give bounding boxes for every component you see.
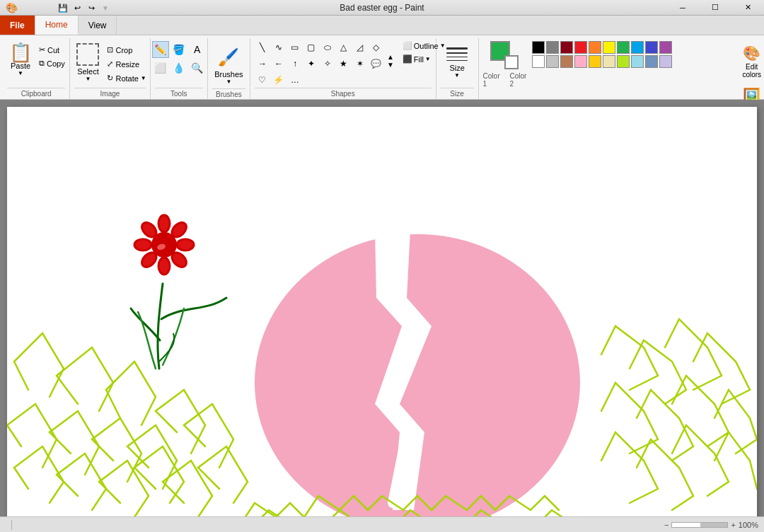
color2-label: Color 2 <box>509 72 526 88</box>
ribbon: File Home View 📋 Paste ▼ ✂ Cut <box>0 16 764 100</box>
shape-lightning[interactable]: ⚡ <box>271 72 286 88</box>
maximize-btn[interactable]: ☐ <box>699 0 731 16</box>
eraser-tool[interactable]: ⬜ <box>152 59 169 76</box>
color-swatch-19[interactable] <box>659 55 672 68</box>
status-bar: − + 100% <box>0 516 764 532</box>
zoom-out-btn[interactable]: − <box>664 521 668 529</box>
rotate-arrow: ▼ <box>141 75 146 81</box>
zoom-in-btn[interactable]: + <box>731 521 735 529</box>
color-swatch-5[interactable] <box>603 41 615 54</box>
size-line-medium <box>446 52 468 54</box>
shape-line[interactable]: ╲ <box>255 40 270 55</box>
canvas-container[interactable] <box>0 100 764 516</box>
resize-icon: ⤢ <box>107 59 113 69</box>
crop-button[interactable]: ⊡ Crop <box>104 44 149 56</box>
shape-star5[interactable]: ★ <box>336 56 352 71</box>
color-swatch-18[interactable] <box>645 55 658 68</box>
color-swatch-16[interactable] <box>617 55 630 68</box>
color-swatches <box>532 41 730 68</box>
zoom-thumb <box>672 523 700 527</box>
undo-quick-btn[interactable]: ↩ <box>71 1 83 14</box>
ribbon-tabs: File Home View <box>0 16 764 35</box>
size-button[interactable]: Size ▼ <box>443 44 471 82</box>
shape-arrow-quad[interactable]: ✦ <box>303 56 319 71</box>
tab-file[interactable]: File <box>0 16 35 35</box>
zoom-slider[interactable] <box>671 522 728 528</box>
color-swatch-13[interactable] <box>574 55 587 68</box>
rotate-icon: ↻ <box>107 74 113 83</box>
color-swatch-9[interactable] <box>659 41 672 54</box>
window-controls: ─ ☐ ✕ <box>666 0 764 16</box>
edit-colors-button[interactable]: 🎨 Editcolors <box>736 41 764 82</box>
copy-icon: ⧉ <box>39 59 45 68</box>
size-line-thin <box>446 57 468 57</box>
color-swatch-10[interactable] <box>532 55 545 68</box>
paste-button[interactable]: 📋 Paste ▼ <box>7 41 34 79</box>
status-zoom: − + 100% <box>664 521 758 529</box>
magnifier-tool[interactable]: 🔍 <box>189 59 206 76</box>
color-swatch-15[interactable] <box>603 55 615 68</box>
shape-triangle[interactable]: △ <box>336 40 352 55</box>
fill-tool[interactable]: 🪣 <box>170 41 187 58</box>
shape-ellipse[interactable]: ⬭ <box>320 40 335 55</box>
drawing-canvas[interactable] <box>7 107 757 516</box>
title-bar-icon: 🎨 <box>6 2 18 13</box>
brushes-group: 🖌️ Brushes ▼ Brushes <box>208 38 250 99</box>
color-swatch-17[interactable] <box>631 55 644 68</box>
shape-star6[interactable]: ✶ <box>352 56 368 71</box>
tab-view[interactable]: View <box>79 16 117 35</box>
color-swatch-0[interactable] <box>532 41 545 54</box>
color-swatch-6[interactable] <box>617 41 630 54</box>
color-swatch-8[interactable] <box>645 41 658 54</box>
cut-button[interactable]: ✂ Cut <box>36 44 68 56</box>
size-label: Size <box>449 64 464 72</box>
shape-arrow-up[interactable]: ↑ <box>287 56 303 71</box>
color-swatch-12[interactable] <box>560 55 573 68</box>
color-picker-tool[interactable]: 💧 <box>170 59 187 76</box>
color-swatch-1[interactable] <box>546 41 559 54</box>
brushes-group-label: Brushes <box>212 88 245 100</box>
tools-row-1: ✏️ 🪣 A <box>152 41 206 58</box>
shape-right-triangle[interactable]: ◿ <box>352 40 368 55</box>
close-btn[interactable]: ✕ <box>731 0 764 16</box>
shape-rounded-rect[interactable]: ▢ <box>303 40 319 55</box>
resize-button[interactable]: ⤢ Resize <box>104 58 149 70</box>
color-swatch-3[interactable] <box>574 41 587 54</box>
shape-curve[interactable]: ∿ <box>271 40 286 55</box>
size-group-label: Size <box>441 88 474 99</box>
rotate-button[interactable]: ↻ Rotate ▼ <box>104 72 149 84</box>
shape-callout[interactable]: 💬 <box>369 56 384 71</box>
shape-star4[interactable]: ✧ <box>320 56 335 71</box>
color-swatch-11[interactable] <box>546 55 559 68</box>
shape-rect[interactable]: ▭ <box>287 40 303 55</box>
save-quick-btn[interactable]: 💾 <box>57 1 69 14</box>
select-icon <box>76 43 99 66</box>
cut-icon: ✂ <box>39 45 45 54</box>
redo-quick-btn[interactable]: ↪ <box>85 1 98 14</box>
shape-more[interactable]: … <box>287 72 303 88</box>
paste-dropdown-arrow: ▼ <box>18 70 23 76</box>
brushes-button[interactable]: 🖌️ Brushes ▼ <box>211 41 246 88</box>
color-swatch-7[interactable] <box>631 41 644 54</box>
minimize-btn[interactable]: ─ <box>666 0 699 16</box>
shape-arrow-right[interactable]: → <box>255 56 270 71</box>
text-tool[interactable]: A <box>189 41 206 58</box>
color-preview-area[interactable] <box>490 41 519 69</box>
shapes-scroll-down[interactable]: ▼ <box>387 61 394 69</box>
copy-button[interactable]: ⧉ Copy <box>36 57 68 69</box>
color-swatch-4[interactable] <box>589 41 601 54</box>
size-group: Size ▼ Size <box>436 38 479 99</box>
select-button[interactable]: Select ▼ <box>74 41 101 84</box>
shape-heart[interactable]: ♡ <box>255 72 270 88</box>
canvas-wrapper <box>7 107 757 516</box>
color2-preview[interactable] <box>504 55 519 69</box>
tab-home[interactable]: Home <box>35 16 79 35</box>
shape-arrow-left[interactable]: ← <box>271 56 286 71</box>
shapes-scroll-up[interactable]: ▲ <box>387 53 394 61</box>
shape-diamond[interactable]: ◇ <box>369 40 384 55</box>
pencil-tool[interactable]: ✏️ <box>152 41 169 58</box>
color-swatch-14[interactable] <box>589 55 601 68</box>
color-swatch-2[interactable] <box>560 41 573 54</box>
shapes-scroll: ▲ ▼ <box>387 40 394 82</box>
size-line-xtra-thin <box>446 60 468 61</box>
